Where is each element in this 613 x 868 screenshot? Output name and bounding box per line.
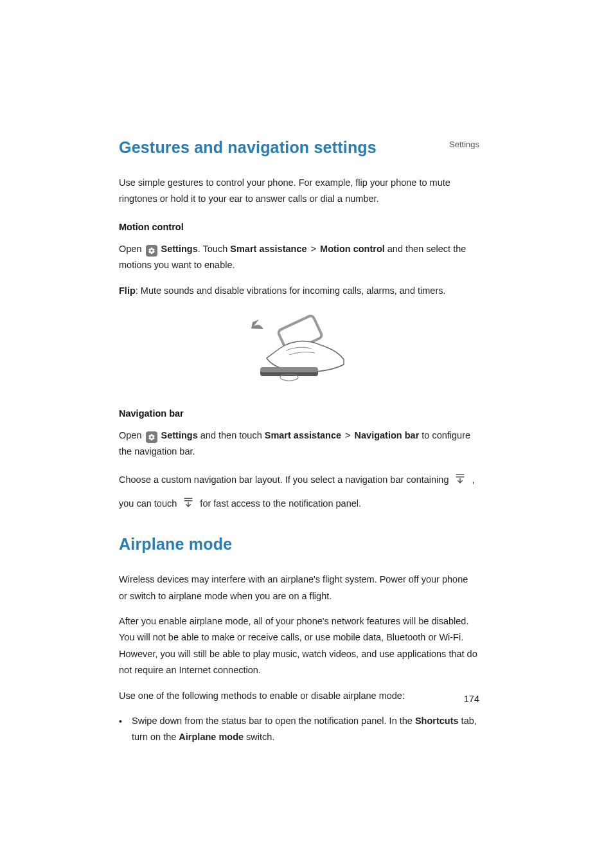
motion-control-label: Motion control xyxy=(320,244,385,254)
heading-airplane-mode: Airplane mode xyxy=(119,535,479,554)
airplane-p2: After you enable airplane mode, all of y… xyxy=(119,613,479,679)
airplane-p1: Wireless devices may interfere with an a… xyxy=(119,572,479,604)
flip-label: Flip xyxy=(119,285,136,296)
text: Choose a custom navigation bar layout. I… xyxy=(119,475,451,485)
airplane-p3: Use one of the following methods to enab… xyxy=(119,688,479,704)
notification-panel-icon xyxy=(182,496,195,517)
bullet-icon: • xyxy=(119,713,132,746)
page-content: Gestures and navigation settings Use sim… xyxy=(119,138,479,746)
bullet-text: Swipe down from the status bar to open t… xyxy=(132,713,479,746)
settings-icon xyxy=(146,245,157,257)
bullet-item: • Swipe down from the status bar to open… xyxy=(119,713,479,746)
text: and then touch xyxy=(198,430,265,440)
nav-choose-paragraph: Choose a custom navigation bar layout. I… xyxy=(119,469,479,518)
notification-panel-icon xyxy=(454,472,466,493)
nav-open-paragraph: Open Settings and then touch Smart assis… xyxy=(119,428,479,460)
svg-rect-2 xyxy=(260,367,318,372)
text: Open xyxy=(119,430,145,440)
text: : Mute sounds and disable vibrations for… xyxy=(136,285,446,296)
breadcrumb-separator: > xyxy=(308,244,319,254)
motion-open-paragraph: Open Settings. Touch Smart assistance > … xyxy=(119,241,479,274)
subhead-navigation-bar: Navigation bar xyxy=(119,408,479,419)
page-number: 174 xyxy=(464,694,479,704)
shortcuts-label: Shortcuts xyxy=(415,716,459,726)
settings-icon xyxy=(146,431,157,443)
flip-description: Flip: Mute sounds and disable vibrations… xyxy=(119,283,479,299)
flip-illustration xyxy=(119,313,479,390)
settings-label: Settings xyxy=(161,430,198,440)
text: Open xyxy=(119,244,145,254)
smart-assistance-label: Smart assistance xyxy=(265,430,341,440)
navigation-bar-label: Navigation bar xyxy=(355,430,420,440)
breadcrumb-separator: > xyxy=(342,430,353,440)
text: Swipe down from the status bar to open t… xyxy=(132,716,415,726)
text: for fast access to the notification pane… xyxy=(200,498,361,509)
text: . Touch xyxy=(198,244,231,254)
settings-label: Settings xyxy=(161,244,198,254)
intro-paragraph: Use simple gestures to control your phon… xyxy=(119,175,479,208)
smart-assistance-label: Smart assistance xyxy=(230,244,306,254)
subhead-motion-control: Motion control xyxy=(119,222,479,232)
heading-gestures: Gestures and navigation settings xyxy=(119,138,479,157)
text: switch. xyxy=(244,732,274,742)
airplane-mode-label: Airplane mode xyxy=(179,732,244,742)
